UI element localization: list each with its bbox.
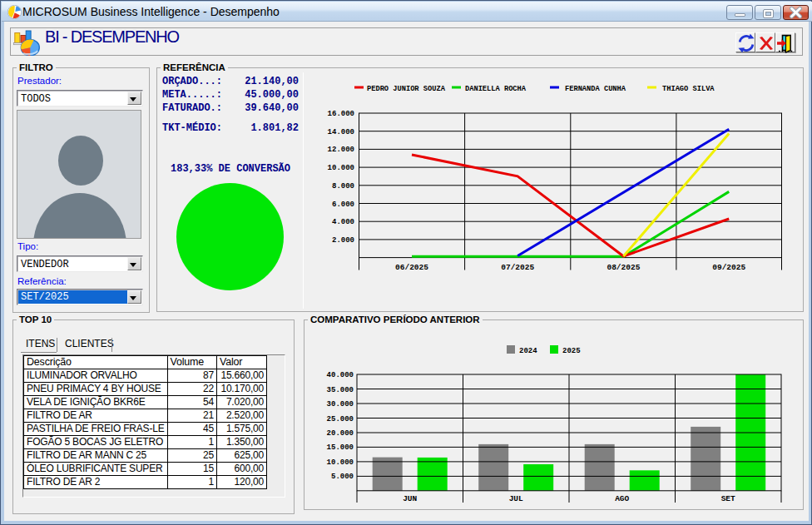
svg-text:FERNANDA CUNHA: FERNANDA CUNHA [565,85,626,93]
svg-text:4.000: 4.000 [332,218,354,226]
svg-text:2025: 2025 [562,347,581,355]
svg-text:DANIELLA ROCHA: DANIELLA ROCHA [465,85,527,93]
svg-text:30.000: 30.000 [327,400,354,409]
svg-text:6.000: 6.000 [332,201,354,209]
svg-text:07/2025: 07/2025 [501,263,534,272]
svg-text:JUL: JUL [509,494,523,503]
svg-text:PEDRO JUNIOR SOUZA: PEDRO JUNIOR SOUZA [367,85,446,93]
svg-text:15.000: 15.000 [327,443,354,452]
svg-text:8.000: 8.000 [332,182,354,191]
svg-text:06/2025: 06/2025 [395,263,428,272]
svg-text:AGO: AGO [615,494,629,503]
svg-text:10.000: 10.000 [328,164,354,172]
svg-text:35.000: 35.000 [327,386,354,394]
svg-text:10.000: 10.000 [327,458,354,467]
svg-text:09/2025: 09/2025 [712,263,745,272]
svg-text:THIAGO SILVA: THIAGO SILVA [662,85,715,93]
svg-text:SET: SET [721,494,735,503]
svg-text:20.000: 20.000 [327,429,354,438]
svg-text:2.000: 2.000 [332,236,354,245]
svg-text:40.000: 40.000 [327,371,354,379]
svg-text:JUN: JUN [403,494,417,503]
svg-text:25.000: 25.000 [327,415,354,423]
svg-text:08/2025: 08/2025 [607,263,640,272]
svg-text:5.000: 5.000 [331,473,354,481]
svg-text:14.000: 14.000 [328,128,354,136]
svg-text:12.000: 12.000 [328,146,354,154]
svg-text:16.000: 16.000 [328,110,354,118]
svg-text:2024: 2024 [519,347,537,355]
